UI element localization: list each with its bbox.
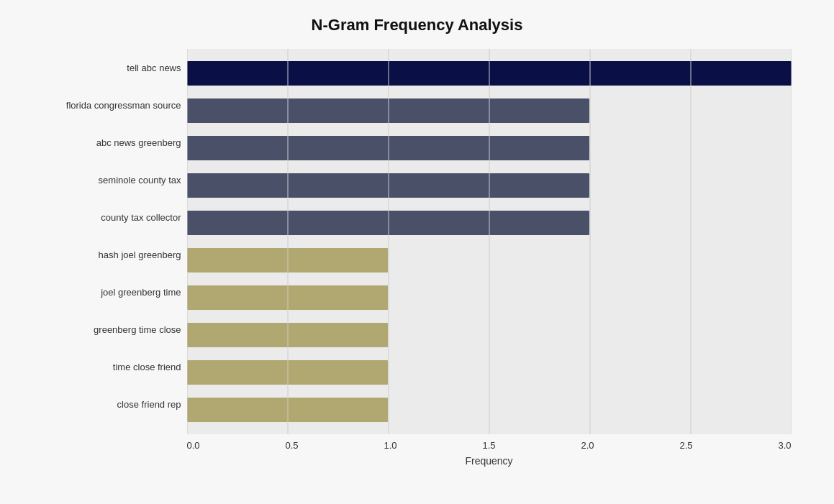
bars-region xyxy=(187,49,792,434)
bar-row xyxy=(187,129,792,167)
bar xyxy=(187,61,792,86)
bar xyxy=(187,285,389,310)
bar xyxy=(187,211,590,235)
bars-and-xaxis: 0.00.51.01.52.02.53.0 Frequency xyxy=(187,49,792,467)
bar-row xyxy=(187,204,792,242)
y-label: tell abc news xyxy=(127,49,181,86)
x-tick-label: 2.5 xyxy=(679,440,692,451)
y-label: hash joel greenberg xyxy=(99,236,181,273)
y-label: joel greenberg time xyxy=(101,273,181,311)
y-label: time close friend xyxy=(113,348,181,385)
x-tick-label: 2.0 xyxy=(581,440,594,451)
bar xyxy=(187,323,389,347)
bar xyxy=(187,360,389,385)
y-label: abc news greenberg xyxy=(96,124,181,161)
y-label: county tax collector xyxy=(101,198,181,236)
y-label: seminole county tax xyxy=(99,161,181,198)
y-label: florida congressman source xyxy=(66,86,181,124)
y-label: close friend rep xyxy=(117,385,181,423)
x-tick-label: 3.0 xyxy=(778,440,791,451)
x-tick-label: 0.5 xyxy=(285,440,298,451)
x-tick-labels: 0.00.51.01.52.02.53.0 xyxy=(187,440,792,451)
chart-title: N-Gram Frequency Analysis xyxy=(43,16,792,35)
bar xyxy=(187,136,590,160)
bar-row xyxy=(187,391,792,429)
y-axis-labels: tell abc newsflorida congressman sourcea… xyxy=(43,49,187,467)
bar xyxy=(187,248,389,272)
bar-row xyxy=(187,167,792,204)
x-axis: 0.00.51.01.52.02.53.0 Frequency xyxy=(187,437,792,467)
chart-container: N-Gram Frequency Analysis tell abc newsf… xyxy=(22,1,813,503)
x-tick-label: 1.5 xyxy=(482,440,495,451)
y-label: greenberg time close xyxy=(94,311,181,348)
chart-area: tell abc newsflorida congressman sourcea… xyxy=(43,49,792,467)
bar-row xyxy=(187,316,792,354)
bar-row xyxy=(187,279,792,316)
bar xyxy=(187,173,590,198)
bar xyxy=(187,398,389,422)
bar-row xyxy=(187,354,792,391)
bar-row xyxy=(187,242,792,279)
bar-row xyxy=(187,55,792,92)
bar xyxy=(187,98,590,123)
bar-row xyxy=(187,92,792,129)
x-tick-label: 1.0 xyxy=(384,440,396,451)
x-tick-label: 0.0 xyxy=(187,440,200,451)
x-axis-title: Frequency xyxy=(187,455,792,467)
